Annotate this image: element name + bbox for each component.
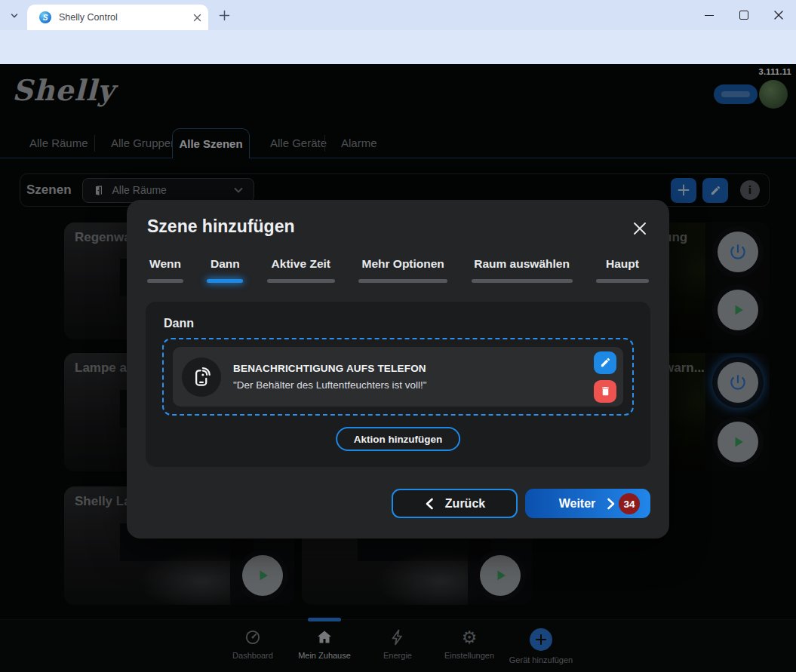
- close-icon: [774, 11, 783, 20]
- modal-title: Szene hinzufügen: [147, 216, 295, 237]
- edit-action-button[interactable]: [594, 351, 616, 374]
- new-tab-button[interactable]: [217, 8, 231, 22]
- tab-close-icon[interactable]: [192, 12, 202, 23]
- pencil-icon: [600, 357, 611, 368]
- delete-action-button[interactable]: [594, 380, 616, 403]
- step-wenn[interactable]: Wenn: [147, 257, 183, 283]
- back-label: Zurück: [445, 497, 485, 511]
- back-button-modal[interactable]: Zurück: [392, 489, 518, 518]
- shelly-app-page: 3.111.11 Shelly Alle Räume Alle Gruppen …: [0, 64, 796, 672]
- minimize-button[interactable]: [692, 0, 727, 30]
- add-scene-modal: Szene hinzufügen Wenn Dann Aktive Zeit M…: [127, 200, 669, 539]
- step-mehr-optionen[interactable]: Mehr Optionen: [358, 257, 447, 283]
- next-label: Weiter: [559, 497, 596, 511]
- maximize-button[interactable]: [727, 0, 761, 30]
- shelly-favicon-icon: S: [39, 11, 51, 23]
- step-label: Mehr Optionen: [358, 257, 447, 271]
- browser-titlebar: S Shelly Control: [0, 0, 796, 30]
- scene-wizard-steps: Wenn Dann Aktive Zeit Mehr Optionen Raum…: [147, 257, 649, 283]
- step-raum-auswaehlen[interactable]: Raum auswählen: [472, 257, 573, 283]
- browser-window: S Shelly Control: [0, 0, 796, 672]
- dann-section: Dann BENACHR: [146, 302, 650, 467]
- chevron-left-icon: [424, 498, 435, 510]
- action-title: BENACHRICHTIGUNG AUFS TELEFON: [233, 363, 426, 374]
- click-count-badge: 34: [619, 493, 640, 514]
- modal-close-icon[interactable]: [632, 220, 648, 237]
- tab-search-button[interactable]: [5, 7, 23, 24]
- actions-dropzone: BENACHRICHTIGUNG AUFS TELEFON "Der Behäl…: [162, 338, 634, 416]
- action-message: "Der Behälter des Luftentfeuchters ist v…: [233, 379, 426, 391]
- tab-title: Shelly Control: [59, 5, 118, 30]
- chevron-right-icon: [606, 498, 616, 510]
- browser-toolbar: control.shelly.cloud/#/home/scenes/-1 ☆: [0, 30, 796, 64]
- window-controls: [692, 0, 796, 30]
- step-label: Wenn: [147, 257, 183, 271]
- add-action-button[interactable]: Aktion hinzufügen: [336, 427, 461, 451]
- minimize-icon: [705, 15, 714, 16]
- step-dann[interactable]: Dann: [207, 257, 243, 283]
- step-haupt[interactable]: Haupt: [596, 257, 649, 283]
- close-window-button[interactable]: [761, 0, 796, 30]
- trash-icon: [600, 385, 611, 397]
- browser-tab[interactable]: S Shelly Control: [27, 5, 208, 30]
- maximize-icon: [739, 11, 748, 20]
- step-label: Haupt: [596, 257, 649, 271]
- action-item[interactable]: BENACHRICHTIGUNG AUFS TELEFON "Der Behäl…: [173, 347, 623, 407]
- step-aktive-zeit[interactable]: Aktive Zeit: [267, 257, 335, 283]
- step-label: Raum auswählen: [472, 257, 573, 271]
- section-title: Dann: [164, 317, 194, 330]
- step-label: Aktive Zeit: [267, 257, 335, 271]
- chevron-down-icon: [9, 11, 20, 21]
- step-label: Dann: [207, 257, 243, 271]
- phone-notification-icon: [182, 357, 221, 397]
